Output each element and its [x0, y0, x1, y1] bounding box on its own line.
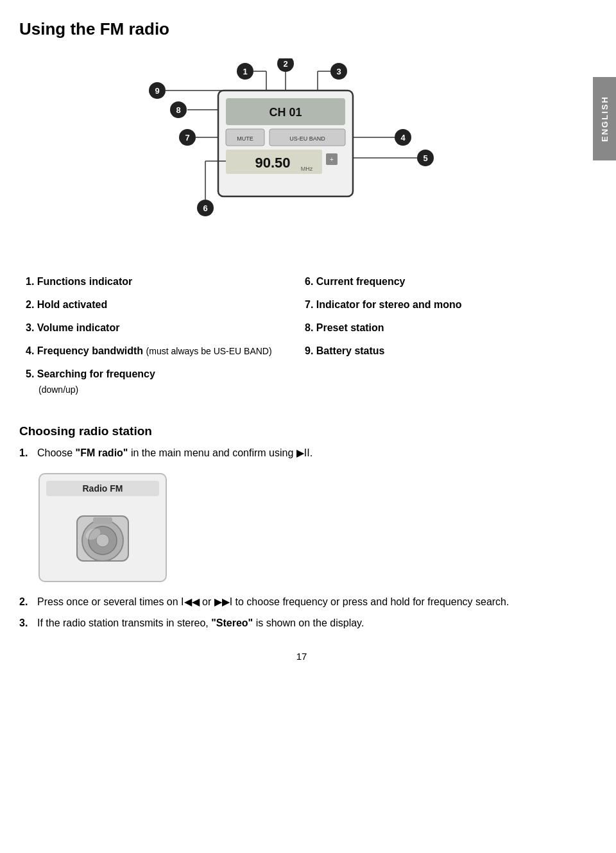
features-right-col: 6. Current frequency 7. Indicator for st…	[305, 270, 584, 401]
radio-fm-svg-icon	[64, 503, 141, 574]
svg-text:MHz: MHz	[301, 166, 313, 172]
diagram-svg: CH 01 MUTE US-EU BAND 90.50 MHz + 1 2	[141, 58, 462, 251]
svg-rect-10	[326, 153, 338, 165]
diagram-area: CH 01 MUTE US-EU BAND 90.50 MHz + 1 2	[141, 58, 462, 251]
svg-text:9: 9	[155, 86, 159, 96]
svg-text:CH 01: CH 01	[269, 106, 302, 119]
radio-fm-box: Radio FM	[38, 473, 167, 582]
sidebar-english-label: ENGLISH	[593, 77, 616, 160]
svg-point-37	[170, 101, 187, 118]
svg-point-21	[330, 63, 347, 80]
svg-point-27	[417, 150, 434, 166]
step-3: 3. If the radio station transmits in ste…	[19, 615, 584, 632]
svg-rect-46	[93, 517, 112, 524]
svg-text:4: 4	[400, 133, 406, 142]
page-title: Using the FM radio	[19, 19, 584, 39]
svg-point-34	[179, 129, 196, 146]
features-left-col: 1. Functions indicator 2. Hold activated…	[26, 270, 305, 401]
feature-item-3: 3. Volume indicator	[26, 316, 305, 340]
svg-rect-5	[270, 129, 345, 146]
svg-text:2: 2	[283, 59, 287, 69]
svg-point-24	[395, 129, 411, 146]
svg-rect-3	[226, 129, 264, 146]
svg-text:90.50: 90.50	[255, 155, 290, 171]
section-heading: Choosing radio station	[19, 424, 584, 438]
svg-text:1: 1	[243, 67, 247, 76]
radio-fm-icon-area	[64, 503, 141, 574]
feature-item-5: 5. Searching for frequency (down/up)	[26, 363, 305, 401]
feature-item-7: 7. Indicator for stereo and mono	[305, 293, 584, 316]
svg-point-40	[149, 82, 166, 99]
features-grid: 1. Functions indicator 2. Hold activated…	[19, 270, 584, 401]
page-number: 17	[19, 651, 584, 675]
svg-text:5: 5	[423, 153, 427, 163]
main-content: Using the FM radio ENGLISH CH 01 MUTE US…	[0, 0, 616, 694]
svg-rect-1	[226, 98, 345, 125]
step1-fm-radio-bold: "FM radio"	[76, 447, 128, 458]
step-2: 2. Press once or several times on I◀◀ or…	[19, 594, 584, 610]
svg-text:US-EU BAND: US-EU BAND	[289, 135, 325, 142]
svg-rect-7	[226, 150, 322, 174]
radio-fm-label: Radio FM	[46, 481, 159, 496]
feature-item-8: 8. Preset station	[305, 316, 584, 340]
svg-rect-0	[218, 90, 353, 196]
feature-item-9: 9. Battery status	[305, 340, 584, 363]
feature-item-4: 4. Frequency bandwidth (must always be U…	[26, 340, 305, 363]
svg-point-14	[237, 63, 253, 80]
svg-text:7: 7	[185, 133, 189, 142]
svg-text:+: +	[330, 156, 334, 163]
svg-point-31	[197, 200, 214, 216]
step3-stereo-bold: "Stereo"	[211, 617, 253, 628]
svg-point-17	[277, 58, 294, 72]
feature-item-6: 6. Current frequency	[305, 270, 584, 293]
svg-text:8: 8	[176, 105, 180, 115]
feature-item-1: 1. Functions indicator	[26, 270, 305, 293]
feature-item-2: 2. Hold activated	[26, 293, 305, 316]
svg-text:3: 3	[336, 67, 341, 76]
svg-text:6: 6	[203, 203, 207, 213]
step-1: 1. Choose "FM radio" in the main menu an…	[19, 445, 584, 461]
svg-text:MUTE: MUTE	[237, 135, 253, 142]
